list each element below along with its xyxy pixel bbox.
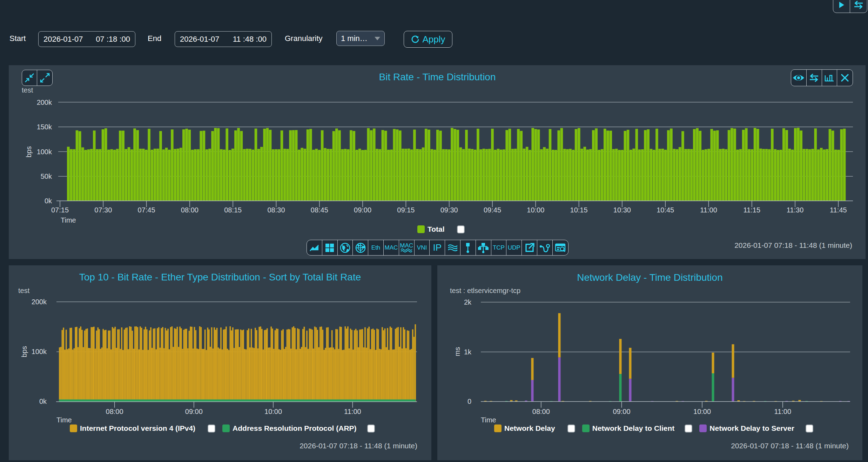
svg-text:Time: Time [61, 216, 76, 224]
svg-text:08:15: 08:15 [224, 206, 242, 214]
svg-text:11:15: 11:15 [743, 206, 761, 214]
svg-text:0: 0 [467, 398, 471, 405]
svg-text:07:15: 07:15 [51, 206, 69, 214]
svg-text:100k: 100k [32, 348, 47, 355]
svg-text:09:15: 09:15 [397, 206, 415, 214]
svg-text:11:00: 11:00 [700, 206, 717, 214]
svg-text:08:00: 08:00 [106, 408, 123, 415]
svg-text:ms: ms [453, 347, 461, 356]
svg-text:1k: 1k [464, 348, 472, 356]
svg-text:11:45: 11:45 [830, 206, 847, 214]
svg-text:10:45: 10:45 [657, 206, 674, 214]
svg-text:50k: 50k [41, 172, 52, 180]
svg-text:11:30: 11:30 [787, 206, 804, 214]
svg-text:09:30: 09:30 [440, 206, 458, 214]
svg-text:200k: 200k [37, 98, 52, 106]
svg-text:09:45: 09:45 [484, 206, 501, 214]
svg-text:100k: 100k [37, 148, 52, 156]
svg-text:09:00: 09:00 [185, 408, 203, 415]
svg-text:08:00: 08:00 [181, 206, 199, 214]
svg-text:10:00: 10:00 [693, 408, 711, 415]
svg-text:08:45: 08:45 [311, 206, 328, 214]
svg-text:10:00: 10:00 [527, 206, 544, 214]
svg-text:09:00: 09:00 [354, 206, 371, 214]
svg-text:bps: bps [25, 146, 33, 157]
svg-text:200k: 200k [32, 298, 47, 306]
svg-text:2k: 2k [464, 298, 472, 306]
svg-text:08:00: 08:00 [532, 408, 550, 415]
svg-text:07:30: 07:30 [94, 206, 112, 214]
svg-text:10:15: 10:15 [570, 206, 588, 214]
svg-text:0k: 0k [39, 398, 47, 405]
svg-text:11:00: 11:00 [344, 408, 361, 415]
svg-text:09:00: 09:00 [613, 408, 630, 415]
svg-text:08:30: 08:30 [267, 206, 285, 214]
svg-text:150k: 150k [37, 123, 52, 131]
svg-text:11:00: 11:00 [774, 408, 792, 415]
svg-text:10:00: 10:00 [264, 408, 282, 415]
svg-text:bps: bps [20, 346, 28, 357]
svg-text:Time: Time [481, 416, 496, 424]
svg-text:0k: 0k [45, 197, 52, 205]
svg-text:10:30: 10:30 [613, 206, 631, 214]
svg-text:Time: Time [56, 416, 72, 424]
svg-text:07:45: 07:45 [138, 206, 155, 214]
